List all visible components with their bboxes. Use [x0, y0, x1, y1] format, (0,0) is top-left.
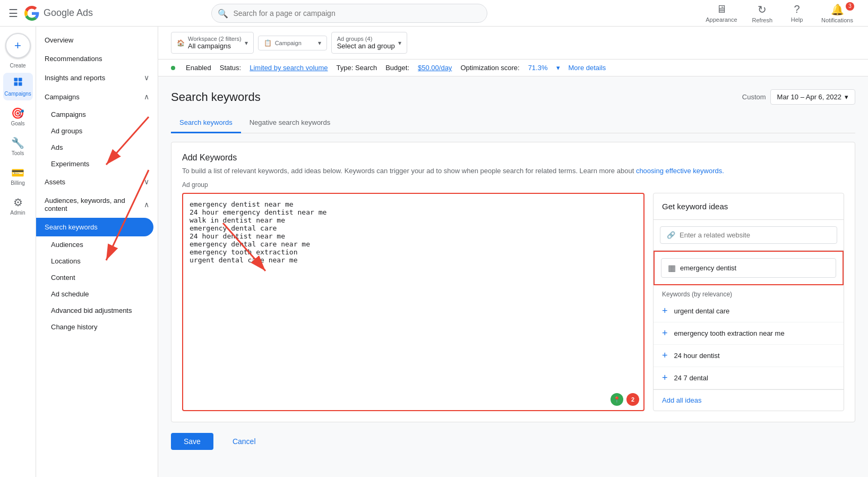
notification-badge: 3	[846, 2, 854, 11]
sidebar-item-admin[interactable]: ⚙ Admin	[3, 192, 33, 219]
appearance-button[interactable]: 🖥 Appearance	[699, 1, 743, 25]
suggestion-text-3: 24 hour dentist	[674, 352, 720, 360]
suggestions-list: + urgent dental care + emergency tooth e…	[654, 300, 844, 389]
nav-campaigns-header[interactable]: Campaigns ∧	[36, 87, 158, 106]
count-badge: 2	[626, 393, 639, 406]
sidebar-item-tools[interactable]: 🔧 Tools	[3, 132, 33, 160]
tab-negative-keywords[interactable]: Negative search keywords	[241, 113, 339, 133]
nav-overview[interactable]: Overview	[36, 31, 158, 49]
goals-icon: 🎯	[11, 107, 24, 120]
status-dot	[171, 66, 175, 70]
admin-sidebar-label: Admin	[10, 210, 25, 216]
appearance-label: Appearance	[706, 16, 737, 23]
website-input[interactable]: 🔗	[660, 226, 837, 244]
sidebar-item-goals[interactable]: 🎯 Goals	[3, 103, 33, 130]
page-title-row: Search keywords Custom Mar 10 – Apr 6, 2…	[171, 89, 855, 105]
suggestion-247-dental[interactable]: + 24 7 dental	[654, 367, 844, 389]
keywords-input-area: emergency dentist near me 24 hour emerge…	[182, 193, 644, 411]
date-range: Custom Mar 10 – Apr 6, 2022 ▾	[742, 89, 855, 105]
nav-content-sub[interactable]: Content	[36, 269, 158, 286]
location-badge[interactable]: 📍	[611, 393, 623, 406]
add-all-ideas-link[interactable]: Add all ideas	[662, 396, 701, 404]
nav-assets[interactable]: Assets ∨	[36, 172, 158, 191]
nav-search-keywords[interactable]: Search keywords	[36, 218, 153, 236]
ad-group-label: Ad group	[182, 181, 844, 189]
keyword-ideas-panel: Get keyword ideas 🔗 ▦ Keywords (	[653, 193, 844, 411]
refresh-icon: ↻	[758, 3, 767, 16]
cancel-button[interactable]: Cancel	[220, 433, 269, 450]
action-buttons: Save Cancel	[171, 433, 855, 450]
suggestion-24hr-dentist[interactable]: + 24 hour dentist	[654, 345, 844, 367]
goals-sidebar-label: Goals	[11, 121, 24, 126]
create-label: Create	[10, 63, 25, 69]
nav-recommendations[interactable]: Recommendations	[36, 49, 158, 68]
adgroups-dropdown[interactable]: Ad groups (4) Select an ad group ▾	[331, 32, 407, 54]
campaign-chevron: ▾	[318, 39, 321, 47]
suggestion-text-1: urgent dental care	[674, 307, 730, 315]
page-body: Search keywords Custom Mar 10 – Apr 6, 2…	[158, 76, 868, 463]
adgroups-value: Select an ad group	[337, 42, 395, 50]
main-content: 🏠 Workspace (2 filters) All campaigns ▾ …	[158, 27, 868, 463]
help-button[interactable]: ? Help	[781, 1, 813, 25]
nav-audiences-header[interactable]: Audiences, keywords, and content ∧	[36, 191, 158, 218]
hamburger-menu[interactable]: ☰	[8, 7, 18, 20]
status-text: Status:	[220, 64, 241, 72]
svg-rect-3	[18, 82, 22, 86]
tab-search-keywords[interactable]: Search keywords	[171, 113, 241, 133]
type-text: Type: Search	[337, 64, 377, 72]
status-value[interactable]: Limited by search volume	[250, 64, 328, 72]
date-range-button[interactable]: Mar 10 – Apr 6, 2022 ▾	[770, 89, 855, 105]
nav-experiments-sub[interactable]: Experiments	[36, 156, 158, 172]
help-label: Help	[791, 16, 803, 23]
calendar-icon: ▾	[845, 93, 848, 101]
refresh-button[interactable]: ↻ Refresh	[746, 1, 779, 25]
workspace-value: All campaigns	[188, 42, 242, 50]
nav-locations-sub[interactable]: Locations	[36, 253, 158, 269]
sidebar-item-billing[interactable]: 💳 Billing	[3, 162, 33, 190]
plus-icon-3: +	[662, 350, 668, 361]
keywords-textarea[interactable]: emergency dentist near me 24 hour emerge…	[183, 194, 643, 374]
plus-icon-4: +	[662, 372, 668, 384]
create-button[interactable]: +	[5, 33, 31, 58]
keyword-seed-input[interactable]	[680, 264, 829, 272]
search-input[interactable]	[211, 4, 487, 23]
ideas-footer: Add all ideas	[654, 389, 844, 411]
choosing-keywords-link[interactable]: choosing effective keywords.	[636, 167, 724, 175]
add-keywords-title: Add Keywords	[182, 153, 844, 163]
budget-value[interactable]: $50.00/day	[418, 64, 452, 72]
add-keywords-desc: To build a list of relevant keywords, ad…	[182, 167, 844, 175]
nav-campaigns-sub[interactable]: Campaigns	[36, 106, 158, 123]
workspace-icon: 🏠	[177, 39, 185, 47]
logo-text: Google Ads	[44, 7, 93, 19]
website-field[interactable]	[680, 231, 830, 239]
suggestion-text-4: 24 7 dental	[674, 374, 708, 382]
notifications-label: Notifications	[821, 17, 853, 23]
suggestion-text-2: emergency tooth extraction near me	[674, 329, 785, 337]
save-button[interactable]: Save	[171, 433, 213, 450]
nav-change-history[interactable]: Change history	[36, 319, 158, 335]
nav-insights[interactable]: Insights and reports ∨	[36, 68, 158, 87]
nav-audiences-sub[interactable]: Audiences	[36, 236, 158, 253]
chevron-down-icon: ▾	[556, 64, 560, 72]
notifications-button[interactable]: 🔔 3 Notifications	[815, 1, 860, 25]
campaign-filter-icon: 📋	[264, 39, 272, 47]
svg-rect-2	[14, 82, 18, 86]
date-range-value: Mar 10 – Apr 6, 2022	[777, 93, 841, 101]
sidebar-item-campaigns[interactable]: Campaigns	[3, 73, 33, 100]
more-details-link[interactable]: More details	[569, 64, 606, 72]
nav-adgroups-sub[interactable]: Ad groups	[36, 123, 158, 139]
nav-ads-sub[interactable]: Ads	[36, 139, 158, 156]
workspace-chevron: ▾	[245, 39, 248, 47]
nav-ad-schedule[interactable]: Ad schedule	[36, 286, 158, 302]
workspace-dropdown[interactable]: 🏠 Workspace (2 filters) All campaigns ▾	[171, 32, 254, 54]
plus-icon-1: +	[662, 305, 668, 317]
budget-text: Budget:	[385, 64, 409, 72]
suggestion-emergency-extraction[interactable]: + emergency tooth extraction near me	[654, 322, 844, 345]
nav-bid-adj[interactable]: Advanced bid adjustments	[36, 302, 158, 319]
google-logo-icon	[24, 6, 39, 21]
tabs: Search keywords Negative search keywords	[171, 113, 855, 133]
campaign-dropdown[interactable]: 📋 Campaign ▾	[258, 36, 327, 50]
campaigns-chevron: ∧	[144, 92, 149, 101]
suggestion-urgent-dental[interactable]: + urgent dental care	[654, 300, 844, 322]
opt-score: 71.3%	[528, 64, 548, 72]
